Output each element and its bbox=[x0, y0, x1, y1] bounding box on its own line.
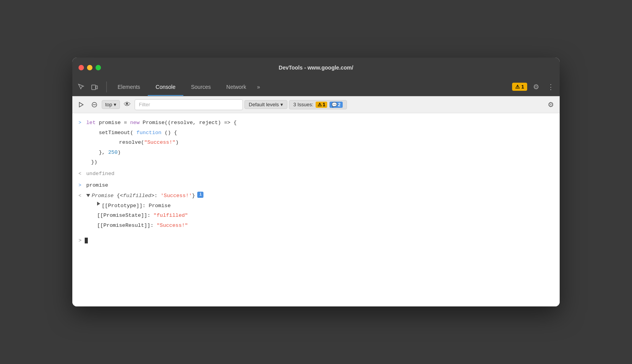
console-entry-code: > let promise = new Promise((resolve, re… bbox=[79, 118, 553, 128]
code-line-5: }) bbox=[79, 157, 553, 167]
console-toolbar: top ▾ 👁 Default levels ▾ 3 Issues: ⚠ 1 💬… bbox=[72, 96, 560, 113]
result-left-arrow: < bbox=[79, 192, 84, 200]
log-levels-selector[interactable]: Default levels ▾ bbox=[244, 100, 287, 109]
info-icon: 💬 bbox=[331, 102, 337, 107]
more-options-icon[interactable]: ⋮ bbox=[545, 81, 557, 93]
maximize-button[interactable] bbox=[96, 65, 101, 70]
keyword-function: function bbox=[137, 130, 162, 136]
warning-icon: ⚠ bbox=[515, 84, 520, 90]
tab-divider bbox=[106, 82, 107, 92]
fulfilled-state: fulfilled bbox=[123, 192, 151, 200]
code-text-4: }, 250) bbox=[86, 148, 553, 157]
minimize-button[interactable] bbox=[87, 65, 92, 70]
context-label: top bbox=[105, 102, 112, 107]
context-selector[interactable]: top ▾ bbox=[102, 100, 120, 109]
tab-icons bbox=[75, 81, 100, 93]
traffic-lights bbox=[79, 65, 101, 70]
devtools-window: DevTools - www.google.com/ Elements bbox=[72, 58, 560, 306]
promise-state-value: "fulfilled" bbox=[154, 211, 188, 220]
chevron-down-icon: ▾ bbox=[280, 102, 283, 107]
clear-icon[interactable] bbox=[89, 99, 100, 111]
settings-icon[interactable]: ⚙ bbox=[530, 81, 542, 93]
svg-rect-0 bbox=[92, 85, 96, 90]
issues-badge-button[interactable]: ⚠ 1 bbox=[512, 83, 527, 91]
tab-network[interactable]: Network bbox=[219, 78, 254, 96]
svg-marker-2 bbox=[79, 102, 83, 107]
tab-sources[interactable]: Sources bbox=[183, 78, 219, 96]
code-text-3: resolve("Success!") bbox=[94, 138, 553, 147]
keyword-new: new bbox=[130, 120, 139, 126]
undefined-value: undefined bbox=[86, 170, 114, 178]
inspect-icon[interactable] bbox=[75, 81, 87, 93]
tabs-bar: Elements Console Sources Network » ⚠ 1 ⚙… bbox=[72, 78, 560, 96]
device-toolbar-icon[interactable] bbox=[89, 81, 100, 93]
console-result-undefined: < undefined bbox=[79, 169, 553, 179]
filter-input[interactable] bbox=[135, 99, 243, 110]
prototype-line: [[Prototype]] : Promise bbox=[97, 201, 553, 211]
info-badge[interactable]: i bbox=[197, 192, 203, 198]
promise-state-key: [[PromiseState]] bbox=[97, 211, 147, 220]
console-output: > let promise = new Promise((resolve, re… bbox=[72, 113, 560, 306]
code-line-4: }, 250) bbox=[86, 148, 553, 158]
tabs-right: ⚠ 1 ⚙ ⋮ bbox=[512, 81, 557, 93]
code-line-3: resolve("Success!") bbox=[94, 138, 553, 148]
promise-result-key: [[PromiseResult]] bbox=[97, 221, 150, 230]
warning-badge: ⚠ 1 bbox=[316, 102, 327, 108]
console-settings-icon[interactable]: ⚙ bbox=[545, 99, 557, 111]
code-text-2: setTimeout( function () { bbox=[86, 129, 553, 137]
info-badge: 💬 2 bbox=[330, 102, 343, 108]
code-text: let promise = new Promise((resolve, reje… bbox=[86, 119, 553, 127]
promise-state-line: [[PromiseState]] : "fulfilled" bbox=[97, 211, 553, 221]
triangle-right-icon[interactable] bbox=[97, 202, 100, 206]
chevron-down-icon: ▾ bbox=[114, 102, 116, 107]
issues-button[interactable]: 3 Issues: ⚠ 1 💬 2 bbox=[289, 100, 347, 109]
execute-icon[interactable] bbox=[75, 99, 87, 111]
console-input-line[interactable]: > bbox=[79, 237, 553, 245]
live-expressions-icon[interactable]: 👁 bbox=[121, 99, 133, 111]
prototype-key: [[Prototype]] bbox=[102, 202, 142, 210]
titlebar: DevTools - www.google.com/ bbox=[72, 58, 560, 78]
number-250: 250 bbox=[108, 150, 118, 155]
prompt-chevron[interactable]: > bbox=[79, 182, 84, 189]
promise-label: promise bbox=[86, 181, 108, 190]
close-button[interactable] bbox=[79, 65, 84, 70]
input-prompt-icon: > bbox=[79, 237, 82, 245]
console-promise-input: > promise bbox=[79, 180, 553, 191]
success-value: 'Success!' bbox=[161, 192, 192, 200]
warning-icon: ⚠ bbox=[318, 102, 322, 107]
promise-result-line: [[PromiseResult]] : "Success!" bbox=[97, 221, 553, 231]
more-tabs-button[interactable]: » bbox=[254, 84, 263, 90]
promise-result-value: "Success!" bbox=[157, 221, 188, 230]
cursor bbox=[85, 238, 88, 243]
window-title: DevTools - www.google.com/ bbox=[279, 65, 354, 71]
tab-elements[interactable]: Elements bbox=[110, 78, 148, 96]
tabs: Elements Console Sources Network » bbox=[110, 78, 512, 96]
keyword-let: let bbox=[86, 120, 96, 126]
string-success: "Success!" bbox=[144, 139, 176, 145]
code-line-2: setTimeout( function () { bbox=[86, 128, 553, 138]
svg-rect-1 bbox=[96, 86, 97, 89]
code-text-5: }) bbox=[79, 158, 553, 167]
console-promise-result: < Promise {< fulfilled >: 'Success!' } i bbox=[79, 191, 553, 201]
triangle-down-icon[interactable] bbox=[86, 194, 90, 197]
expand-chevron[interactable]: > bbox=[79, 119, 84, 127]
result-arrow: < bbox=[79, 170, 84, 178]
tab-console[interactable]: Console bbox=[148, 78, 183, 96]
promise-constructor: Promise bbox=[92, 192, 114, 200]
